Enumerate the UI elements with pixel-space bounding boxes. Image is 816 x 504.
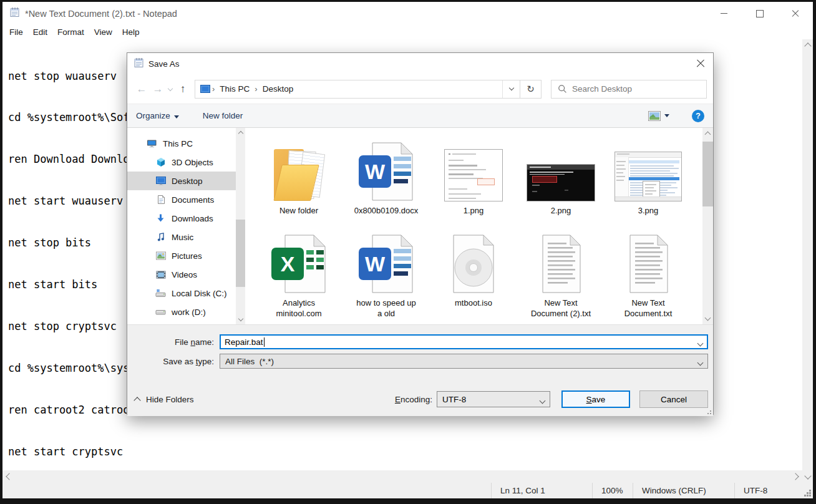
sidebar-item-this-pc[interactable]: This PC (127, 134, 236, 153)
save-as-type-select[interactable]: All Files (*.*) (220, 354, 708, 369)
file-tile-iso[interactable]: mtboot.iso (430, 228, 517, 320)
sidebar-item-work-d[interactable]: work (D:) (127, 303, 236, 321)
file-tile-excel[interactable]: X Analytics minitool.com (255, 228, 342, 320)
sidebar-item-documents[interactable]: Documents (127, 190, 236, 209)
breadcrumb-separator: › (210, 84, 216, 94)
scroll-up-icon[interactable] (702, 130, 713, 137)
back-icon[interactable]: ← (134, 83, 150, 95)
file-name-value: Repair.bat (225, 337, 263, 347)
sidebar-item-local-disk-c[interactable]: Local Disk (C:) (127, 284, 236, 303)
cancel-button[interactable]: Cancel (639, 390, 708, 408)
dialog-close-button[interactable] (696, 59, 705, 68)
recent-locations-icon[interactable] (166, 84, 175, 95)
file-name-label: File name: (127, 337, 220, 347)
search-box[interactable]: Search Desktop (551, 80, 707, 99)
sidebar-item-downloads[interactable]: Downloads (127, 209, 236, 228)
file-tile-docx[interactable]: W 0x800b0109.docx (342, 135, 430, 228)
menu-edit[interactable]: Edit (28, 25, 52, 39)
scroll-right-icon[interactable] (793, 470, 800, 483)
sidebar-item-pictures[interactable]: Pictures (127, 246, 236, 265)
text-document-icon (534, 234, 588, 294)
scrollbar-thumb[interactable] (702, 142, 713, 206)
encoding-label: Encoding: (395, 395, 437, 404)
dialog-titlebar: Save As (127, 53, 713, 74)
file-tile-word2[interactable]: W how to speed up a old (342, 228, 430, 320)
document-icon (155, 195, 166, 205)
chevron-down-icon[interactable] (698, 340, 702, 349)
file-tile-3png[interactable]: 3.png (605, 135, 692, 228)
svg-text:W: W (365, 160, 386, 183)
dialog-resize-grip[interactable] (710, 413, 711, 414)
sidebar-item-label: Downloads (172, 214, 213, 223)
desktop-location-icon (200, 85, 210, 93)
sidebar-item-desktop[interactable]: Desktop (127, 172, 236, 190)
sidebar-item-label: This PC (163, 139, 193, 148)
view-options-button[interactable] (648, 111, 669, 121)
navigation-pane: This PC 3D Objects Desktop Documents (127, 128, 236, 324)
new-folder-button[interactable]: New folder (203, 111, 243, 120)
chevron-down-icon (174, 115, 179, 119)
file-name: mtboot.iso (455, 298, 492, 308)
chevron-down-icon[interactable] (698, 359, 702, 369)
search-input[interactable]: Search Desktop (572, 84, 632, 94)
scroll-up-icon[interactable] (236, 130, 245, 135)
file-name-input[interactable]: Repair.bat (220, 334, 708, 349)
forward-icon[interactable]: → (150, 83, 166, 95)
scrollbar-thumb[interactable] (236, 220, 245, 287)
address-dropdown-icon[interactable] (502, 80, 520, 98)
file-name: New Text Document (2).txt (528, 298, 593, 319)
resize-grip[interactable] (809, 495, 811, 497)
encoding-select[interactable]: UTF-8 (437, 391, 550, 407)
menu-help[interactable]: Help (117, 25, 145, 39)
screenshot-thumbnail (444, 149, 503, 201)
scroll-down-icon[interactable] (236, 317, 245, 322)
file-name: 3.png (638, 205, 659, 216)
scroll-down-icon[interactable] (702, 316, 713, 322)
dialog-title: Save As (148, 59, 180, 69)
scroll-down-icon[interactable] (802, 473, 813, 480)
file-tile-2png[interactable]: 2.png (517, 135, 605, 228)
sidebar-item-label: Videos (172, 270, 197, 279)
maximize-button[interactable] (742, 2, 777, 25)
picture-icon (155, 251, 166, 261)
address-bar[interactable]: › This PC › Desktop (195, 80, 520, 99)
save-as-type-value: All Files (*.*) (225, 357, 274, 366)
file-tile-txt2[interactable]: New Text Document (2).txt (517, 228, 605, 320)
file-tile-1png[interactable]: 1.png (430, 135, 517, 228)
hide-folders-button[interactable]: Hide Folders (135, 395, 194, 404)
file-list-scrollbar[interactable] (702, 128, 713, 324)
vertical-scrollbar[interactable] (802, 39, 813, 483)
close-button[interactable] (777, 2, 813, 25)
scroll-up-icon[interactable] (802, 42, 813, 49)
sidebar-item-label: Documents (172, 195, 214, 205)
horizontal-scrollbar[interactable] (2, 470, 802, 483)
breadcrumb-desktop[interactable]: Desktop (260, 84, 297, 94)
search-icon (558, 84, 567, 94)
breadcrumb-this-pc[interactable]: This PC (216, 84, 253, 94)
file-tile-txt1[interactable]: New Text Document.txt (605, 228, 692, 320)
up-icon[interactable]: ↑ (175, 83, 191, 95)
word-document-icon: W (357, 142, 415, 201)
menu-file[interactable]: File (4, 25, 28, 39)
refresh-icon: ↻ (527, 84, 535, 95)
chevron-down-icon[interactable] (540, 397, 545, 407)
file-tile-new-folder[interactable]: New folder (255, 135, 342, 228)
menu-view[interactable]: View (89, 25, 117, 39)
scroll-left-icon[interactable] (5, 470, 12, 483)
save-button[interactable]: Save (561, 390, 630, 408)
sidebar-item-music[interactable]: Music (127, 228, 236, 246)
help-button[interactable]: ? (692, 110, 704, 122)
organize-button[interactable]: Organize (136, 111, 179, 120)
excel-document-icon: X (270, 234, 328, 294)
sidebar-item-3d-objects[interactable]: 3D Objects (127, 153, 236, 172)
sidebar-item-label: Desktop (172, 177, 203, 186)
minimize-button[interactable] (706, 2, 742, 25)
music-note-icon (155, 232, 166, 242)
sidebar-scrollbar[interactable] (236, 128, 245, 324)
menu-format[interactable]: Format (52, 25, 89, 39)
sidebar-item-videos[interactable]: Videos (127, 265, 236, 284)
file-name: 1.png (464, 205, 484, 216)
refresh-button[interactable]: ↻ (520, 80, 542, 99)
file-name: New folder (279, 205, 318, 216)
text-document-icon (621, 234, 675, 294)
